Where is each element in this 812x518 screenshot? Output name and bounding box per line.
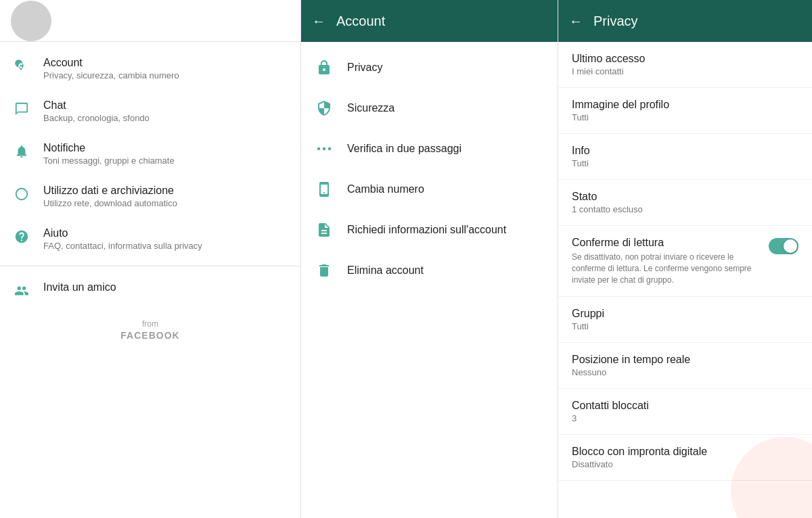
account-panel-title: Account [336,14,385,29]
key-icon [14,58,30,74]
svg-rect-3 [328,147,331,150]
conferme-toggle[interactable] [769,238,798,254]
account-item-verifica[interactable]: Verifica in due passaggi [301,128,558,169]
facebook-footer: from FACEBOOK [0,308,300,357]
cambia-label: Cambia numero [347,183,424,195]
account-item-sicurezza[interactable]: Sicurezza [301,88,558,128]
invite-icon [14,283,30,299]
invite-title: Invita un amico [43,281,116,293]
immagine-text: Immagine del profilo Tutti [572,99,798,122]
info-text: Info Tutti [572,145,798,168]
utilizzo-menu-text: Utilizzo dati e archiviazione Utilizzo r… [43,185,177,208]
utilizzo-title: Utilizzo dati e archiviazione [43,185,177,197]
data-icon [14,186,30,202]
immagine-title: Immagine del profilo [572,99,798,111]
blocco-impronta-text: Blocco con impronta digitale Disattivato [572,446,798,469]
sicurezza-label: Sicurezza [347,102,394,114]
privacy-item-info[interactable]: Info Tutti [558,134,812,180]
aiuto-menu-text: Aiuto FAQ, contattaci, informativa sulla… [43,227,202,251]
stato-title: Stato [572,191,798,203]
stato-sub: 1 contatto escluso [572,204,798,214]
aiuto-title: Aiuto [43,227,202,239]
conferme-desc: Se disattivato, non potrai inviare o ric… [572,252,761,285]
sidebar-item-chat[interactable]: Chat Backup, cronologia, sfondo [0,90,300,133]
gruppi-sub: Tutti [572,321,798,331]
account-item-richiedi[interactable]: Richiedi informazioni sull'account [301,210,558,250]
account-header: ← Account [301,0,558,42]
sidebar-item-account[interactable]: Account Privacy, sicurezza, cambia numer… [0,47,300,90]
dots-icon [315,139,334,158]
account-item-elimina[interactable]: Elimina account [301,250,558,291]
stato-text: Stato 1 contatto escluso [572,191,798,214]
notifiche-title: Notifiche [43,142,175,154]
account-menu-text: Account Privacy, sicurezza, cambia numer… [43,57,179,80]
privacy-item-immagine[interactable]: Immagine del profilo Tutti [558,88,812,134]
sidebar-item-utilizzo[interactable]: Utilizzo dati e archiviazione Utilizzo r… [0,175,300,218]
privacy-item-ultimo-accesso[interactable]: Ultimo accesso I miei contatti [558,42,812,88]
svg-rect-1 [317,147,320,150]
info-sub: Tutti [572,158,798,168]
contatti-bloccati-sub: 3 [572,413,798,423]
posizione-text: Posizione in tempo reale Nessuno [572,354,798,377]
left-menu: Account Privacy, sicurezza, cambia numer… [0,42,300,518]
middle-panel: ← Account Privacy Sicurezza [301,0,558,518]
aiuto-subtitle: FAQ, contattaci, informativa sulla priva… [43,241,202,251]
account-item-privacy[interactable]: Privacy [301,47,558,88]
avatar [11,1,51,41]
privacy-item-contatti-bloccati[interactable]: Contatti bloccati 3 [558,389,812,435]
left-header [0,0,300,42]
immagine-sub: Tutti [572,112,798,122]
posizione-sub: Nessuno [572,367,798,377]
account-title: Account [43,57,179,69]
trash-icon [315,261,334,280]
svg-rect-2 [323,147,325,150]
privacy-item-conferme[interactable]: Conferme di lettura Se disattivato, non … [558,226,812,297]
info-title: Info [572,145,798,157]
posizione-title: Posizione in tempo reale [572,354,798,366]
account-item-cambia[interactable]: Cambia numero [301,169,558,210]
shield-icon [315,99,334,118]
sidebar-item-invite[interactable]: Invita un amico [0,272,300,308]
privacy-back-button[interactable]: ← [569,14,583,29]
verifica-label: Verifica in due passaggi [347,143,461,155]
account-subtitle: Privacy, sicurezza, cambia numero [43,70,179,80]
phone-icon [315,180,334,199]
privacy-content: Ultimo accesso I miei contatti Immagine … [558,42,812,518]
chat-title: Chat [43,99,150,112]
contatti-bloccati-text: Contatti bloccati 3 [572,400,798,423]
right-panel: ← Privacy Ultimo accesso I miei contatti… [558,0,812,518]
privacy-label: Privacy [347,62,382,74]
bell-icon [14,143,30,160]
richiedi-label: Richiedi informazioni sull'account [347,224,506,236]
account-back-button[interactable]: ← [312,14,325,29]
ultimo-accesso-title: Ultimo accesso [572,53,798,65]
menu-divider [0,266,300,266]
privacy-panel-title: Privacy [593,14,638,29]
gruppi-text: Gruppi Tutti [572,308,798,331]
privacy-header: ← Privacy [558,0,812,42]
privacy-item-posizione[interactable]: Posizione in tempo reale Nessuno [558,343,812,389]
notifiche-menu-text: Notifiche Toni messaggi, gruppi e chiama… [43,142,175,166]
ultimo-accesso-text: Ultimo accesso I miei contatti [572,53,798,76]
account-menu: Privacy Sicurezza Verifica in due passag… [301,42,558,518]
sidebar-item-notifiche[interactable]: Notifiche Toni messaggi, gruppi e chiama… [0,133,300,175]
chat-subtitle: Backup, cronologia, sfondo [43,113,150,123]
chat-menu-text: Chat Backup, cronologia, sfondo [43,99,150,123]
privacy-item-gruppi[interactable]: Gruppi Tutti [558,297,812,343]
privacy-item-blocco-impronta[interactable]: Blocco con impronta digitale Disattivato [558,435,812,481]
chat-icon [14,101,30,117]
elimina-label: Elimina account [347,264,424,277]
privacy-item-stato[interactable]: Stato 1 contatto escluso [558,180,812,226]
from-text: from [14,319,287,329]
left-panel: Account Privacy, sicurezza, cambia numer… [0,0,301,518]
lock-icon [315,58,334,77]
help-icon [14,229,30,245]
utilizzo-subtitle: Utilizzo rete, download automatico [43,198,177,208]
contatti-bloccati-title: Contatti bloccati [572,400,798,412]
conferme-text: Conferme di lettura Se disattivato, non … [572,237,761,285]
sidebar-item-aiuto[interactable]: Aiuto FAQ, contattaci, informativa sulla… [0,218,300,260]
conferme-title: Conferme di lettura [572,237,761,249]
svg-point-0 [20,65,22,67]
gruppi-title: Gruppi [572,308,798,320]
notifiche-subtitle: Toni messaggi, gruppi e chiamate [43,156,175,166]
